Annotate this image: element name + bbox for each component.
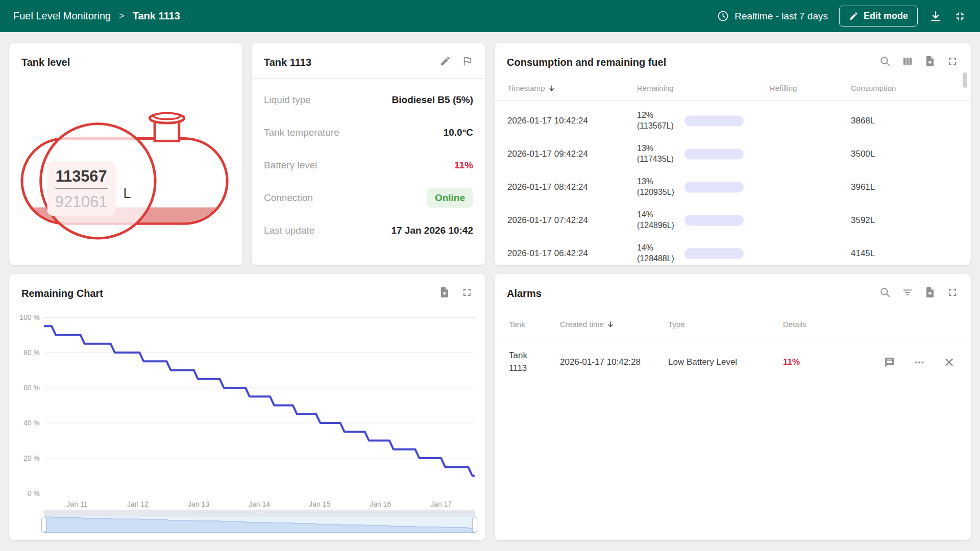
time-range-selector[interactable]: ••• xyxy=(44,510,475,533)
remaining-cell: 13%(120935L) xyxy=(637,176,674,198)
row-label: Battery level xyxy=(264,160,317,171)
row-label: Liquid type xyxy=(264,94,311,106)
alarm-details-cell: 11% xyxy=(783,357,800,367)
consumption-cell: 3592L xyxy=(851,215,875,226)
tank-unit: L xyxy=(124,186,131,201)
close-icon[interactable] xyxy=(943,356,955,369)
alarm-row[interactable]: Tank 1113 2026-01-17 10:42:28 Low Batter… xyxy=(495,341,971,384)
fullscreen-icon[interactable] xyxy=(461,286,473,298)
x-tick-label: Jan 12 xyxy=(127,500,149,508)
remaining-chart-card: Remaining Chart 100 % 80 % 60 % 40 % 20 … xyxy=(9,274,485,540)
table-row[interactable]: 2026-01-17 09:42:24 13%(117435L) 3500L xyxy=(495,137,971,170)
search-icon[interactable] xyxy=(879,55,891,67)
remaining-line-chart xyxy=(44,317,475,493)
range-handle-right[interactable] xyxy=(472,517,477,532)
consumption-title: Consumption and remaining fuel xyxy=(507,57,666,68)
table-row[interactable]: 2026-01-17 07:42:24 14%(124896L) 3592L xyxy=(495,204,971,237)
edit-pencil-icon xyxy=(849,11,859,21)
remaining-progress-bar xyxy=(684,115,744,126)
range-selector-mini-chart xyxy=(44,516,474,533)
remaining-progress-bar xyxy=(684,215,744,226)
chart-title: Remaining Chart xyxy=(21,288,103,299)
top-header: Fuel Level Monitoring > Tank 1113 Realti… xyxy=(0,0,980,32)
remaining-cell: 14%(128488L) xyxy=(637,242,674,264)
columns-icon[interactable] xyxy=(901,55,914,67)
time-window-button[interactable]: Realtime - last 7 days xyxy=(717,10,828,22)
y-tick-label: 20 % xyxy=(11,454,40,462)
column-header-tank[interactable]: Tank xyxy=(509,320,525,329)
download-icon[interactable] xyxy=(929,10,942,23)
x-tick-label: Jan 13 xyxy=(188,500,209,508)
y-tick-label: 60 % xyxy=(11,384,40,392)
x-tick-label: Jan 16 xyxy=(370,500,391,508)
y-tick-label: 0 % xyxy=(11,489,40,497)
consumption-table-body: 2026-01-17 10:42:24 12%(113567L) 3868L 2… xyxy=(495,104,971,265)
consumption-cell: 4145L xyxy=(851,248,875,259)
tank-total-capacity: 921061 xyxy=(55,193,108,211)
info-row-battery: Battery level 11% xyxy=(264,149,473,182)
search-icon[interactable] xyxy=(879,286,891,298)
info-row-last-update: Last update 17 Jan 2026 10:42 xyxy=(264,214,473,247)
table-row[interactable]: 2026-01-17 08:42:24 13%(120935L) 3961L xyxy=(495,170,971,204)
connection-status-badge: Online xyxy=(427,188,473,208)
info-row-connection: Connection Online xyxy=(264,182,473,214)
export-file-icon[interactable] xyxy=(924,55,936,67)
row-label: Connection xyxy=(264,192,313,204)
y-tick-label: 80 % xyxy=(11,348,40,357)
tank-cap xyxy=(150,113,184,141)
flag-icon[interactable] xyxy=(461,55,473,67)
row-label: Last update xyxy=(264,225,314,236)
column-header-type[interactable]: Type xyxy=(668,320,685,329)
remaining-cell: 12%(113567L) xyxy=(637,110,674,132)
table-row[interactable]: 2026-01-17 06:42:24 14%(128488L) 4145L xyxy=(495,237,971,265)
range-handle-left[interactable] xyxy=(41,517,46,532)
fullscreen-exit-icon[interactable] xyxy=(953,10,967,23)
consumption-card: Consumption and remaining fuel Timestamp… xyxy=(495,43,971,265)
range-selector-window[interactable] xyxy=(44,516,475,533)
vertical-scrollbar[interactable] xyxy=(963,72,967,88)
column-header-consumption[interactable]: Consumption xyxy=(851,84,896,92)
x-tick-label: Jan 17 xyxy=(430,500,452,508)
alarm-tank-cell: Tank 1113 xyxy=(509,349,541,374)
remaining-cell: 14%(124896L) xyxy=(637,209,674,231)
sort-desc-icon xyxy=(606,320,615,329)
x-tick-label: Jan 15 xyxy=(309,500,330,508)
y-tick-label: 40 % xyxy=(11,419,40,427)
timestamp-cell: 2026-01-17 08:42:24 xyxy=(507,182,588,192)
timestamp-cell: 2026-01-17 07:42:24 xyxy=(507,215,588,226)
time-window-label: Realtime - last 7 days xyxy=(734,11,828,22)
table-row[interactable]: 2026-01-17 10:42:24 12%(113567L) 3868L xyxy=(495,104,971,137)
tank-level-card: Tank level 113567 921061 L xyxy=(9,43,242,265)
column-header-details[interactable]: Details xyxy=(783,320,806,329)
fullscreen-icon[interactable] xyxy=(946,286,959,298)
fullscreen-icon[interactable] xyxy=(946,55,959,67)
range-selector-track[interactable]: ••• xyxy=(44,510,475,516)
column-header-refilling[interactable]: Refilling xyxy=(770,84,797,92)
edit-mode-label: Edit mode xyxy=(864,11,908,21)
remaining-cell: 13%(117435L) xyxy=(637,143,674,165)
filter-icon[interactable] xyxy=(901,286,914,298)
export-file-icon[interactable] xyxy=(438,286,451,298)
x-tick-label: Jan 14 xyxy=(249,500,270,508)
column-header-created-time[interactable]: Created time xyxy=(560,320,615,329)
title-divider xyxy=(252,78,485,79)
edit-pencil-icon[interactable] xyxy=(439,55,451,67)
breadcrumb-dashboard-link[interactable]: Fuel Level Monitoring xyxy=(13,10,111,22)
edit-mode-button[interactable]: Edit mode xyxy=(839,6,918,27)
comment-icon[interactable] xyxy=(883,356,896,369)
tank-info-card: Tank 1113 Liquid type Biodiesel B5 (5%) … xyxy=(252,43,485,265)
tank-current-volume: 113567 xyxy=(56,167,107,185)
remaining-progress-bar xyxy=(684,248,744,259)
sort-desc-icon xyxy=(548,84,556,92)
remaining-series-line xyxy=(44,326,475,475)
more-icon[interactable] xyxy=(913,356,925,368)
consumption-cell: 3868L xyxy=(851,116,875,126)
export-file-icon[interactable] xyxy=(924,286,936,298)
consumption-cell: 3961L xyxy=(851,182,875,192)
column-header-remaining[interactable]: Remaining xyxy=(637,84,674,92)
tank-level-title: Tank level xyxy=(21,57,70,68)
column-header-timestamp[interactable]: Timestamp xyxy=(507,84,556,92)
info-row-temperature: Tank temperature 10.0°C xyxy=(264,116,473,149)
drag-grip-icon: ••• xyxy=(255,510,263,515)
timestamp-cell: 2026-01-17 10:42:24 xyxy=(507,116,588,126)
